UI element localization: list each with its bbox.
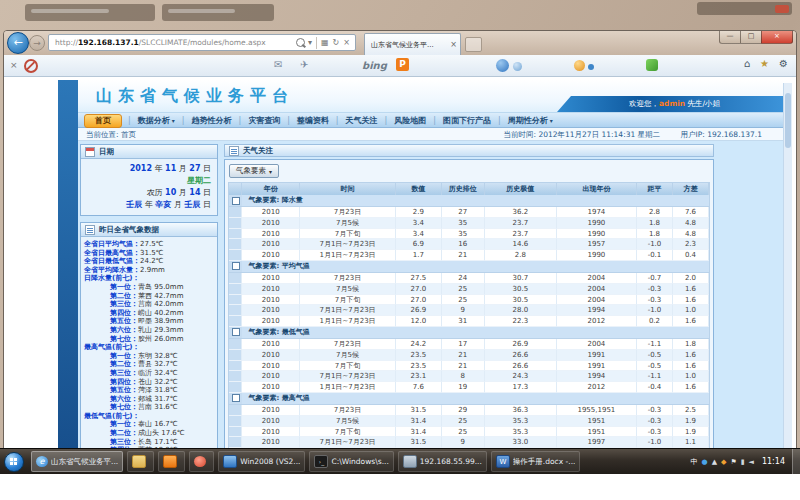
nav-item-3[interactable]: 灾害查询 [241, 113, 287, 129]
home-icon[interactable]: ⌂ [744, 58, 750, 69]
refresh-icon[interactable]: ↻ [333, 38, 340, 47]
table-row[interactable]: 20101月1日~7月23日7.61917.32012-0.41.6 [229, 382, 709, 393]
taskbar-button-7[interactable]: 操作手册.docx -... [491, 451, 581, 472]
tab-close-icon[interactable]: × [450, 40, 457, 49]
back-button[interactable]: ← [7, 32, 29, 54]
taskbar-clock[interactable]: 11:14 [762, 457, 785, 466]
table-row[interactable]: 20107月5候23.52126.61991-0.51.6 [229, 350, 709, 361]
url-text[interactable]: http://192.168.137.1/SLCCLIMATE/modules/… [55, 38, 295, 47]
taskbar-button-4[interactable]: Win2008 (VS2... [218, 451, 305, 472]
table-row[interactable]: 20107月23日24.21726.92004-1.11.8 [229, 339, 709, 350]
plugin-icon-blue[interactable] [496, 59, 509, 72]
row-checkbox-cell [229, 305, 242, 316]
table-row[interactable]: 20107月下旬27.02530.52004-0.31.6 [229, 295, 709, 306]
taskbar-button-1[interactable] [127, 451, 154, 472]
row-checkbox-cell [229, 273, 242, 284]
table-row[interactable]: 20107月下旬3.43523.719901.84.8 [229, 229, 709, 240]
address-bar[interactable]: http://192.168.137.1/SLCCLIMATE/modules/… [48, 34, 356, 51]
stat-line: 全省日最高气温：31.5℃ [84, 249, 214, 258]
rank-line: 第三位：临沂 32.4℃ [84, 369, 214, 378]
search-dropdown-icon[interactable]: ▾ [308, 38, 312, 47]
stop-icon[interactable]: × [343, 38, 350, 47]
security-alert-icon[interactable]: ◆ [721, 457, 726, 467]
table-row[interactable]: 20101月1日~7月23日12.03122.320120.21.6 [229, 316, 709, 327]
tab-title[interactable]: 山东省气候业务平... [371, 40, 448, 50]
blue-app-icon[interactable]: ● [702, 457, 708, 467]
checkbox[interactable] [232, 197, 240, 205]
checkbox[interactable] [232, 394, 240, 402]
table-row[interactable]: 20107月1日~7月23日31.5933.01997-1.01.1 [229, 437, 709, 448]
ime-language-icon[interactable]: 中 [691, 457, 698, 467]
table-row[interactable]: 20107月5候3.43523.719901.84.8 [229, 218, 709, 229]
cell-6: -1.0 [637, 239, 673, 250]
maximize-button[interactable]: □ [741, 31, 761, 44]
taskbar-button-2[interactable] [158, 451, 185, 472]
bing-logo[interactable]: bing [362, 60, 387, 71]
cell-4: 2.8 [485, 250, 557, 261]
send-page-icon[interactable]: ✈ [300, 59, 308, 70]
nav-item-1[interactable]: 数据分析▾ [131, 113, 182, 129]
addon-bar-close-icon[interactable]: × [10, 60, 18, 70]
rank-position: 第二位： [110, 360, 138, 368]
taskbar-button-5[interactable]: C:\Windows\s... [309, 451, 393, 472]
nav-item-7[interactable]: 图面下行产品 [436, 113, 498, 129]
plugin-icon-dot[interactable] [588, 64, 594, 70]
show-desktop-button[interactable] [792, 449, 800, 474]
rank-position: 第四位： [110, 378, 138, 386]
nav-item-2[interactable]: 趋势性分析 [184, 113, 238, 129]
forward-button[interactable]: → [29, 35, 45, 51]
cell-5: 1994 [557, 305, 637, 316]
plugin-icon-gold[interactable] [574, 60, 585, 71]
nav-item-6[interactable]: 风险地图 [387, 113, 433, 129]
cell-3: 21 [442, 350, 485, 361]
plugin-icon-blue-small[interactable] [513, 62, 522, 71]
nav-item-5[interactable]: 天气关注 [339, 113, 385, 129]
table-group-row[interactable]: 气象要素: 最低气温 [229, 327, 709, 339]
plugin-icon-green[interactable] [646, 59, 658, 71]
action-center-flag-icon[interactable]: ⚑ [730, 457, 736, 467]
table-group-row[interactable]: 气象要素: 最高气温 [229, 393, 709, 405]
tools-gear-icon[interactable]: ⚙ [779, 58, 788, 69]
close-button[interactable]: × [761, 31, 793, 44]
nav-item-8[interactable]: 周期性分析▾ [501, 113, 560, 129]
network-icon[interactable]: ▮ [741, 457, 745, 467]
volume-icon[interactable]: ◄ [749, 457, 754, 467]
browser-viewport: 山东省气候业务平台 欢迎您，admin 先生/小姐 首页|数据分析▾|趋势性分析… [4, 77, 796, 452]
nav-item-0[interactable]: 首页 [84, 114, 122, 128]
table-row[interactable]: 20107月23日31.52936.31955,1951-0.32.5 [229, 405, 709, 416]
compatibility-view-icon[interactable]: ▦ [321, 38, 329, 47]
new-tab-button[interactable] [465, 37, 482, 52]
taskbar-button-6[interactable]: 192.168.55.99... [398, 451, 487, 472]
checkbox[interactable] [232, 328, 240, 336]
table-group-row[interactable]: 气象要素: 平均气温 [229, 261, 709, 273]
cell-5: 1991 [557, 350, 637, 361]
table-row[interactable]: 20107月1日~7月23日6.91614.61957-1.02.3 [229, 239, 709, 250]
search-icon[interactable] [296, 38, 305, 47]
blocked-addon-icon[interactable] [24, 59, 38, 73]
pinterest-style-badge-icon[interactable]: P [396, 58, 409, 71]
page-scrollbar[interactable] [783, 83, 792, 452]
table-row[interactable]: 20107月下旬31.42535.31951-0.31.9 [229, 427, 709, 438]
scrollbar-thumb[interactable] [785, 93, 791, 148]
table-row[interactable]: 20107月5候27.02530.52004-0.31.6 [229, 284, 709, 295]
dropdown-arrow-icon: ▾ [172, 117, 175, 124]
table-row[interactable]: 20107月23日27.52430.72004-0.72.0 [229, 273, 709, 284]
element-selector-button[interactable]: 气象要素 ▾ [229, 164, 279, 178]
checkbox[interactable] [232, 262, 240, 270]
minimize-button[interactable]: — [719, 31, 741, 44]
start-button[interactable] [4, 452, 24, 472]
taskbar-button-0[interactable]: 山东省气候业务平... [31, 451, 123, 472]
nav-item-4[interactable]: 整编资料 [290, 113, 336, 129]
taskbar-button-3[interactable] [189, 451, 214, 472]
table-row[interactable]: 20107月1日~7月23日26.9928.01994-1.01.0 [229, 305, 709, 316]
table-row[interactable]: 20107月下旬23.52126.61991-0.51.6 [229, 361, 709, 372]
table-row[interactable]: 20107月5候31.42535.31951-0.31.9 [229, 416, 709, 427]
favorites-icon[interactable]: ★ [760, 58, 769, 69]
mail-icon[interactable]: ✉ [274, 59, 282, 70]
table-row[interactable]: 20101月1日~7月23日1.7212.81990-0.10.4 [229, 250, 709, 261]
hidden-icons-arrow-icon[interactable]: ▲ [712, 457, 717, 467]
table-row[interactable]: 20107月23日2.92736.219742.87.6 [229, 207, 709, 218]
browser-tab[interactable]: 山东省气候业务平... × [364, 33, 461, 55]
table-group-row[interactable]: 气象要素: 降水量 [229, 195, 709, 207]
table-row[interactable]: 20107月1日~7月23日23.1824.31994-1.11.0 [229, 371, 709, 382]
